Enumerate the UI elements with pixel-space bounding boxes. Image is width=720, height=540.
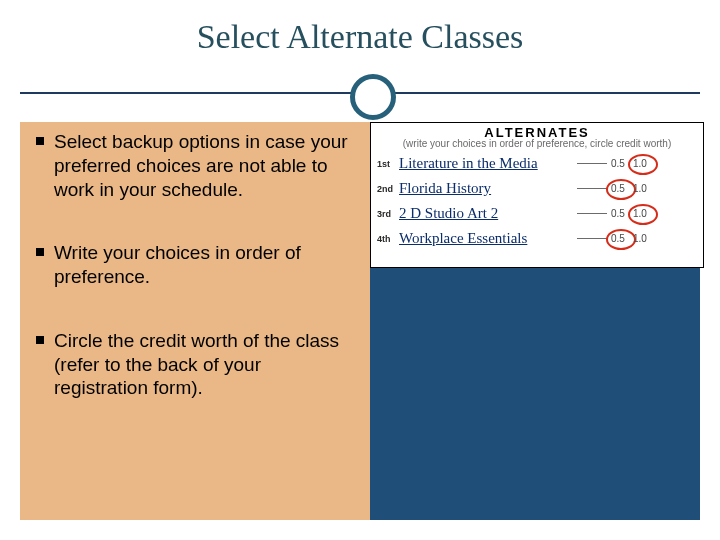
instruction-panel: Select backup options in case your prefe… bbox=[20, 122, 370, 520]
bullet-item: Write your choices in order of preferenc… bbox=[40, 241, 356, 289]
ring-icon bbox=[350, 74, 396, 120]
credit-options: 0.5 1.0 bbox=[611, 233, 647, 244]
bullet-item: Select backup options in case your prefe… bbox=[40, 130, 356, 201]
course-name: 2 D Studio Art 2 bbox=[399, 205, 573, 222]
credit-value: 0.5 bbox=[611, 208, 625, 219]
credit-value: 0.5 bbox=[611, 158, 625, 169]
form-row: 3rd 2 D Studio Art 2 0.5 1.0 bbox=[377, 201, 697, 226]
credit-value-circled: 1.0 bbox=[633, 158, 647, 169]
credit-value-circled: 1.0 bbox=[633, 208, 647, 219]
slide: Select Alternate Classes Select backup o… bbox=[0, 0, 720, 540]
course-name: Florida History bbox=[399, 180, 573, 197]
alternates-form: ALTERNATES (write your choices in order … bbox=[370, 122, 704, 268]
ordinal-label: 1st bbox=[377, 159, 399, 169]
ordinal-label: 3rd bbox=[377, 209, 399, 219]
fill-line bbox=[577, 213, 607, 214]
credit-value: 1.0 bbox=[633, 233, 647, 244]
form-header: ALTERNATES (write your choices in order … bbox=[371, 123, 703, 149]
instruction-list: Select backup options in case your prefe… bbox=[20, 122, 370, 400]
fill-line bbox=[577, 238, 607, 239]
form-rows: 1st Literature in the Media 0.5 1.0 2nd … bbox=[371, 149, 703, 251]
course-name: Literature in the Media bbox=[399, 155, 573, 172]
credit-value: 1.0 bbox=[633, 183, 647, 194]
form-row: 2nd Florida History 0.5 1.0 bbox=[377, 176, 697, 201]
fill-line bbox=[577, 163, 607, 164]
ordinal-label: 4th bbox=[377, 234, 399, 244]
form-subtitle: (write your choices in order of preferen… bbox=[371, 138, 703, 149]
credit-options: 0.5 1.0 bbox=[611, 183, 647, 194]
course-name: Workplace Essentials bbox=[399, 230, 573, 247]
bullet-item: Circle the credit worth of the class (re… bbox=[40, 329, 356, 400]
form-row: 4th Workplace Essentials 0.5 1.0 bbox=[377, 226, 697, 251]
credit-options: 0.5 1.0 bbox=[611, 158, 647, 169]
fill-line bbox=[577, 188, 607, 189]
credit-options: 0.5 1.0 bbox=[611, 208, 647, 219]
ordinal-label: 2nd bbox=[377, 184, 399, 194]
page-title: Select Alternate Classes bbox=[0, 18, 720, 56]
credit-value-circled: 0.5 bbox=[611, 183, 625, 194]
credit-value-circled: 0.5 bbox=[611, 233, 625, 244]
form-row: 1st Literature in the Media 0.5 1.0 bbox=[377, 151, 697, 176]
